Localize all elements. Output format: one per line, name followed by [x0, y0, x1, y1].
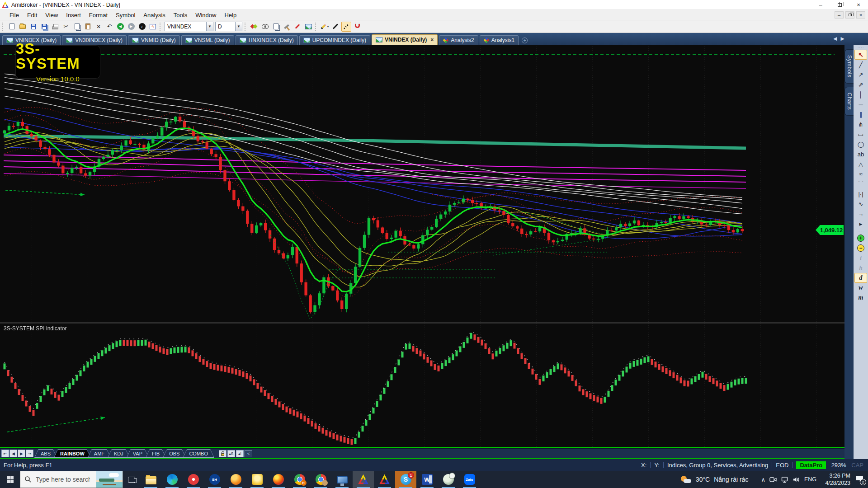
action-center-button[interactable]: 2	[855, 475, 864, 483]
tray-temperature[interactable]: 30°C	[696, 476, 710, 483]
tab-analysis2[interactable]: Analysis2	[439, 35, 478, 45]
word[interactable]: W	[416, 471, 438, 488]
tab-analysis1[interactable]: Analysis1	[480, 35, 519, 45]
toolbar-chart-editor-button[interactable]: ∿	[148, 22, 158, 32]
menu-item-insert[interactable]: Insert	[62, 10, 85, 20]
world-clock-app[interactable]	[438, 471, 459, 488]
toolbar-copy-button[interactable]	[72, 22, 82, 32]
tab-scroll-left-icon[interactable]: ◀	[833, 36, 837, 42]
microsoft-edge[interactable]	[161, 471, 183, 488]
sheet-tab-kdj[interactable]: KDJ	[108, 449, 130, 458]
zoom-out-tool[interactable]: −	[854, 243, 867, 253]
sheet-nav-1[interactable]: ◀	[9, 450, 17, 457]
sheet-button-1[interactable]: ▴I	[236, 450, 244, 457]
sidebar-tab-symbols[interactable]: Symbols	[844, 49, 854, 84]
tab-close-icon[interactable]: ×	[430, 37, 434, 43]
chrome-profile-user[interactable]	[310, 471, 331, 488]
volume-icon[interactable]	[793, 476, 800, 483]
menu-item-help[interactable]: Help	[220, 10, 241, 20]
tab-hnxindex-daily[interactable]: HNXINDEX (Daily)	[236, 35, 298, 45]
close-button[interactable]: ×	[849, 0, 868, 9]
ellipse-tool[interactable]: ◯	[854, 139, 867, 149]
sheet-tab-rainbow[interactable]: RAINBOW	[54, 449, 91, 458]
sheet-tab-obs[interactable]: OBS	[163, 449, 186, 458]
mdi-restore-button[interactable]	[845, 11, 854, 19]
chrome-profile-h[interactable]: H	[289, 471, 310, 488]
amibroker-active[interactable]	[353, 471, 374, 488]
toolbar-delete-button[interactable]: ×	[94, 22, 104, 32]
shpro-app[interactable]: SH	[204, 471, 225, 488]
zalo[interactable]: Zalo	[459, 471, 480, 488]
toolbar-formula-editor-button[interactable]	[282, 22, 292, 32]
toolbar-info-button[interactable]: i	[137, 22, 147, 32]
arrow-tool[interactable]: →	[854, 209, 867, 219]
mdi-minimize-button[interactable]: –	[835, 11, 844, 19]
toolbar-save-all-button[interactable]	[39, 22, 49, 32]
start-button[interactable]	[0, 471, 20, 488]
toolbar-commentary-button[interactable]	[271, 22, 281, 32]
menu-item-window[interactable]: Window	[191, 10, 220, 20]
menu-item-format[interactable]: Format	[85, 10, 112, 20]
toolbar-save-button[interactable]	[28, 22, 38, 32]
extended-line-tool[interactable]: ⇗	[854, 80, 867, 89]
sheet-tab-amf[interactable]: AMF	[88, 449, 111, 458]
search-input[interactable]	[36, 476, 90, 483]
zigzag-tool[interactable]: ∿	[854, 199, 867, 209]
spi-indicator-chart[interactable]	[0, 324, 844, 448]
tab-vnindex-daily-active[interactable]: VNINDEX (Daily)×	[372, 34, 438, 45]
trend-line-tool[interactable]: ╱	[854, 60, 867, 70]
tray-weather-text[interactable]: Nắng rải rác	[714, 476, 748, 483]
sheet-button-0[interactable]: ▴S	[227, 450, 235, 457]
interval-combo-value[interactable]: D	[215, 22, 235, 31]
interval-daily[interactable]: d	[854, 273, 867, 283]
utility-app[interactable]	[246, 471, 268, 488]
select-pointer-tool[interactable]: ↖	[854, 50, 867, 60]
file-explorer[interactable]	[140, 471, 161, 488]
menu-item-tools[interactable]: Tools	[170, 10, 191, 20]
toolbar-new-file-button[interactable]	[7, 22, 17, 32]
toolbar-undo-button[interactable]: ↶	[104, 22, 114, 32]
toolbar-print-button[interactable]	[50, 22, 60, 32]
menu-item-file[interactable]: File	[5, 10, 23, 20]
interval-weekly[interactable]: w	[854, 283, 867, 293]
toolbar-snap-magnet-button[interactable]	[352, 22, 362, 32]
sheet-lock-button[interactable]	[219, 450, 226, 457]
orange-app[interactable]	[225, 471, 246, 488]
restore-button[interactable]	[830, 0, 849, 9]
toolbar-paste-button[interactable]	[83, 22, 93, 32]
rectangle-tool[interactable]: ▭	[854, 129, 867, 139]
menu-item-analysis[interactable]: Analysis	[139, 10, 169, 20]
tab-vnmid-daily[interactable]: VNMID (Daily)	[128, 35, 180, 45]
toolbar-chart-image-button[interactable]	[303, 22, 313, 32]
toolbar-open-database-button[interactable]	[18, 22, 28, 32]
minimize-button[interactable]: –	[811, 0, 830, 9]
input-language-indicator[interactable]: ENG	[804, 476, 816, 483]
tab-upcomindex-daily[interactable]: UPCOMINDEX (Daily)	[299, 35, 370, 45]
menu-item-edit[interactable]: Edit	[23, 10, 41, 20]
tab-scroll-arrows[interactable]: ◀ ▶	[833, 36, 844, 42]
symbol-combobox[interactable]: VNINDEX▼	[165, 22, 213, 31]
remote-desktop[interactable]	[331, 471, 353, 488]
symbol-combo-dropdown-icon[interactable]: ▼	[206, 22, 213, 31]
sheet-nav-3[interactable]: ⇥	[26, 450, 33, 457]
toolbar-explore-button[interactable]	[260, 22, 270, 32]
toolbar-nav-back-button[interactable]: ◀	[115, 22, 125, 32]
parallel-lines-tool[interactable]: ∥	[854, 109, 867, 119]
pitchfork-tool[interactable]: ⋔	[854, 119, 867, 129]
new-tab-ghost-icon[interactable]: +	[522, 38, 528, 43]
mdi-close-button[interactable]: ×	[856, 11, 865, 19]
interval-combobox[interactable]: D▼	[215, 22, 242, 31]
sheet-tab-combo[interactable]: COMBO	[183, 449, 214, 458]
interval-combo-dropdown-icon[interactable]: ▼	[235, 22, 242, 31]
clock[interactable]: 3:26 PM 4/28/2023	[821, 472, 850, 487]
toolbar-parameters-button[interactable]	[249, 22, 259, 32]
tab-vnsml-daily[interactable]: VNSML (Daily)	[181, 35, 234, 45]
menu-item-view[interactable]: View	[41, 10, 62, 20]
amibroker-2[interactable]	[374, 471, 395, 488]
search-daily-image[interactable]	[96, 471, 123, 488]
menu-item-symbol[interactable]: Symbol	[112, 10, 139, 20]
vertical-line-tool[interactable]: │	[854, 89, 867, 99]
toolbar-draw-dotted-line-button[interactable]	[341, 22, 351, 32]
sheet-tab-fib[interactable]: FIB	[146, 449, 166, 458]
arc-tool[interactable]: ⌒	[854, 179, 867, 189]
